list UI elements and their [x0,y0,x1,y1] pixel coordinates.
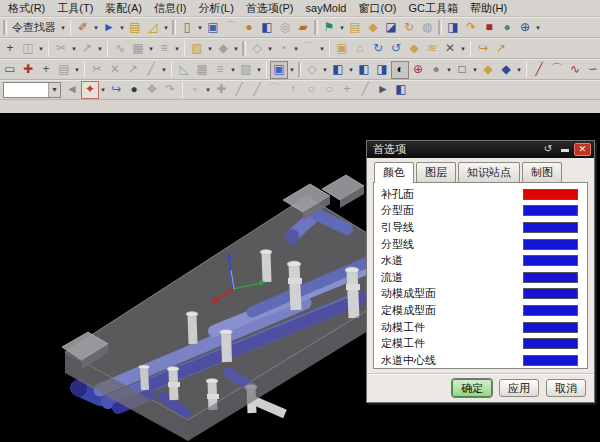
tab-制图[interactable]: 制图 [522,162,562,182]
snap-toggle-icon[interactable]: ▣ [270,61,288,79]
dropdown-arrow-icon[interactable]: ▾ [196,24,204,32]
sphere-dark-icon[interactable]: ● [125,81,143,99]
new-sheet-icon[interactable]: ▯ [178,19,196,37]
facet-dim-icon[interactable]: ◆ [214,40,232,58]
block-red-icon[interactable]: ■ [480,19,498,37]
arc-arrow-icon[interactable]: ↷ [462,19,480,37]
color-swatch[interactable] [523,222,578,233]
circle-dim2-icon[interactable]: ○ [320,81,338,99]
facet-blue-icon[interactable]: ◆ [497,61,515,79]
gold-diamond-icon[interactable]: ◆ [405,40,423,58]
menu-item[interactable]: 分析(L) [192,0,239,17]
spline-red-icon[interactable]: ∿ [566,61,584,79]
loudspeaker-icon[interactable]: ◄ [63,81,81,99]
dropdown-arrow-icon[interactable]: ▾ [229,66,237,74]
command-finder-label[interactable]: 令查找器 [9,20,59,35]
menu-item[interactable]: sayMold [300,1,353,15]
plus-dim-icon[interactable]: ✚ [212,81,230,99]
circle-dim-icon[interactable]: ○ [302,81,320,99]
dropdown-arrow-icon[interactable]: ▾ [347,66,355,74]
tab-知识站点[interactable]: 知识站点 [458,162,520,182]
minimize-icon[interactable] [557,143,573,156]
dropdown-arrow-icon[interactable]: ▾ [459,45,467,53]
dropdown-arrow-icon[interactable]: ▾ [118,24,126,32]
list-dim-icon[interactable]: ≡ [211,61,229,79]
spin-cw-icon[interactable]: ↻ [369,40,387,58]
point-dim-icon[interactable]: + [338,81,356,99]
dropdown-arrow-icon[interactable]: ▾ [471,66,479,74]
toolbar-grip[interactable] [242,41,246,56]
book-icon[interactable]: ▣ [204,19,222,37]
arc-red-icon[interactable]: ⌒ [548,61,566,79]
color-swatch[interactable] [523,322,578,333]
extend-dim-icon[interactable]: ↗ [124,61,142,79]
dropdown-arrow-icon[interactable]: ▾ [515,66,523,74]
rectangle-icon[interactable]: ▭ [1,61,19,79]
dropdown-arrow-icon[interactable]: ▾ [321,66,329,74]
dropdown-arrow-icon[interactable]: ▾ [147,45,155,53]
ok-button[interactable]: 确定 [452,379,492,397]
dropdown-arrow-icon[interactable]: ▾ [445,66,453,74]
dropdown-arrow-icon[interactable]: ▾ [318,45,326,53]
play-dark-icon[interactable]: ► [374,81,392,99]
color-swatch[interactable] [523,205,578,216]
delete-dim-icon[interactable]: ✕ [106,61,124,79]
point-icon[interactable]: + [1,40,19,58]
sheet-dim-icon[interactable]: ▤ [55,61,73,79]
point2-icon[interactable]: + [37,61,55,79]
grid-icon[interactable]: ▦ [129,40,147,58]
toolbar-grip[interactable] [438,20,442,35]
sphere-teal-icon[interactable]: ● [498,19,516,37]
hatch-dim-icon[interactable]: ▨ [237,61,255,79]
triangle-dim-icon[interactable]: ◺ [175,61,193,79]
color-swatch[interactable] [523,288,578,299]
dropdown-arrow-icon[interactable]: ▾ [162,24,170,32]
arc-dim-icon[interactable]: ⌒ [300,40,318,58]
dropdown-arrow-icon[interactable]: ▾ [255,66,263,74]
dropdown-arrow-icon[interactable]: ▾ [266,45,274,53]
grid-dim-icon[interactable]: ▦ [193,61,211,79]
flag-green-icon[interactable]: ⚑ [320,19,338,37]
play-arrow-icon[interactable]: ► [100,19,118,37]
color-swatch[interactable] [523,305,578,316]
line-dim4-icon[interactable]: ╱ [356,81,374,99]
dropdown-arrow-icon[interactable]: ▾ [534,24,542,32]
up-dim-icon[interactable]: ↑ [284,81,302,99]
swoosh-blue-icon[interactable]: ↪ [107,81,125,99]
tab-颜色[interactable]: 颜色 [374,162,414,183]
cancel-button[interactable]: 取消 [546,379,586,397]
menu-item[interactable]: GC工具箱 [402,0,464,17]
facet-gold-icon[interactable]: ◆ [479,61,497,79]
cube-navy-icon[interactable]: ◪ [382,19,400,37]
dropdown-arrow-icon[interactable]: ▾ [37,45,45,53]
dropdown-arrow-icon[interactable]: ▾ [99,86,107,94]
sphere-orange-icon[interactable]: ● [240,19,258,37]
shaded-edges-icon[interactable]: ◧ [329,61,347,79]
color-swatch[interactable] [523,272,578,283]
quad-dim-icon[interactable]: ❖ [143,81,161,99]
menu-item[interactable]: 首选项(P) [240,0,300,17]
diamond-gold-icon[interactable]: ◆ [364,19,382,37]
arrow-up-right-icon[interactable]: ↗ [492,40,510,58]
wireframe-icon[interactable]: ⊕ [409,61,427,79]
close-icon[interactable]: ✕ [574,143,591,156]
ring-icon[interactable]: ◎ [276,19,294,37]
trim-icon[interactable]: ✂ [52,40,70,58]
extend-icon[interactable]: ↗ [78,40,96,58]
box-outline-icon[interactable]: □ [453,61,471,79]
wire-dim-icon[interactable]: ◇ [303,61,321,79]
apply-button[interactable]: 应用 [499,379,539,397]
curve-icon[interactable]: ⌒ [222,19,240,37]
menu-item[interactable]: 窗口(O) [352,0,402,17]
menu-item[interactable]: 信息(I) [148,0,192,17]
toolbar-grip[interactable] [3,20,7,35]
dropdown-arrow-icon[interactable]: ▾ [292,45,300,53]
lines-icon[interactable]: ≡ [155,40,173,58]
dropdown-arrow-icon[interactable]: ▾ [73,66,81,74]
toolbar-grip[interactable] [314,20,318,35]
hatch-gold-icon[interactable]: ▧ [188,40,206,58]
curve-red-icon[interactable]: ∽ [584,61,600,79]
gold-box-icon[interactable]: ▣ [333,40,351,58]
house-icon[interactable]: ⌂ [351,40,369,58]
toolbar-grip[interactable] [172,20,176,35]
